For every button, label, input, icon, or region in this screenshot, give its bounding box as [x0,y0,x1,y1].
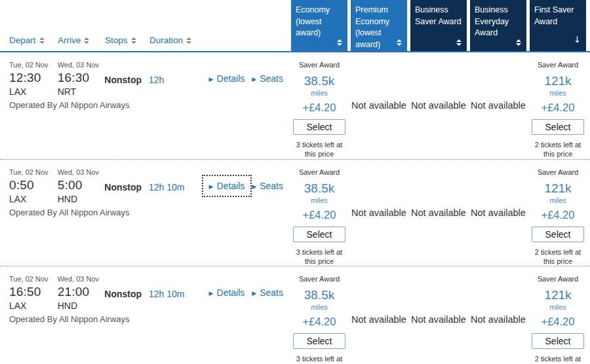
depart-date: Tue, 02 Nov [9,275,58,283]
miles-unit-label: miles [530,303,586,311]
results-table-header: Depart Arrive Stops Duration Economy (lo… [0,0,590,52]
column-header-depart-label: Depart [9,35,36,45]
depart-cell: Tue, 02 Nov 0:50 LAX [9,168,58,204]
miles-unit-label: miles [530,196,586,204]
column-header-business-everyday-label: Business Everyday Award [475,5,509,37]
fare-cell-not-available: Not available [351,52,407,159]
flight-info: Tue, 02 Nov 0:50 LAX Wed, 03 Nov 5:00 HN… [0,160,291,266]
miles-unit-label: miles [530,89,586,97]
arrive-airport: HND [58,194,105,204]
details-link[interactable]: ▶Details [209,73,245,84]
fare-cell-not-available: Not available [410,266,467,364]
seats-cell: ▶Seats [252,73,291,97]
arrive-cell: Wed, 03 Nov 21:00 HND [58,275,105,311]
duration-value: 12h 10m [149,182,209,192]
details-cell: ▶Details [209,73,252,97]
column-header-duration[interactable]: Duration [149,35,210,45]
column-header-arrive-label: Arrive [58,35,81,45]
tickets-left-note: 2 tickets left at this price [530,140,586,159]
sort-icon [131,37,136,44]
sort-icon [337,39,342,46]
triangle-right-icon: ▶ [252,76,256,82]
column-header-premium-economy-label: Premium Economy (lowest award) [355,5,389,49]
award-type-label: Saver Award [291,275,347,283]
arrive-date: Wed, 03 Nov [58,168,105,176]
operated-by: Operated By All Nippon Airways [9,208,291,217]
fare-cell-not-available: Not available [351,266,407,364]
duration-value: 12h 10m [149,289,209,299]
flight-row: Tue, 02 Nov 16:50 LAX Wed, 03 Nov 21:00 … [0,266,590,364]
miles-unit-label: miles [291,196,347,204]
arrive-time: 5:00 [58,178,105,192]
details-link[interactable]: ▶Details [209,287,245,298]
sort-icon [456,39,462,46]
fare-cell-price: Saver Award121kmiles+£4.20Select2 ticket… [530,52,586,159]
taxes-fees-amount: +£4.20 [530,101,586,114]
miles-amount: 38.5k [291,288,347,302]
select-button[interactable]: Select [532,227,584,242]
select-button[interactable]: Select [293,119,345,135]
award-type-label: Saver Award [291,168,347,176]
taxes-fees-amount: +£4.20 [530,209,586,221]
fare-cell-not-available: Not available [410,52,467,159]
arrive-cell: Wed, 03 Nov 16:30 NRT [58,61,105,97]
tickets-left-note: 3 tickets left at this price [291,354,347,364]
details-cell: ▶Details [209,287,252,311]
column-header-stops[interactable]: Stops [105,35,149,45]
arrive-date: Wed, 03 Nov [58,61,105,69]
fare-cell-price: Saver Award121kmiles+£4.20Select2 ticket… [530,266,586,364]
miles-amount: 121k [530,288,586,302]
fare-cells: Saver Award38.5kmiles+£4.20Select3 ticke… [291,266,586,364]
sort-icon [84,37,89,44]
stops-cell: Nonstop [104,275,149,311]
fare-cell-not-available: Not available [351,160,407,266]
seats-link[interactable]: ▶Seats [252,287,283,298]
column-header-first-saver-label: First Saver Award [534,5,574,26]
flight-column-headers: Depart Arrive Stops Duration [0,0,291,51]
flight-info: Tue, 02 Nov 16:50 LAX Wed, 03 Nov 21:00 … [0,266,291,364]
column-header-depart[interactable]: Depart [9,35,58,45]
fare-cell-not-available: Not available [470,160,526,266]
sort-descending-icon: ↓ [574,34,581,46]
arrive-time: 16:30 [58,71,105,85]
tickets-left-note: 2 tickets left at this price [530,354,586,364]
column-header-arrive[interactable]: Arrive [58,35,105,45]
triangle-right-icon: ▶ [209,290,214,297]
award-type-label: Saver Award [291,61,347,69]
miles-amount: 121k [530,181,586,196]
seats-link[interactable]: ▶Seats [252,181,283,191]
duration-value: 12h [149,75,209,85]
column-header-premium-economy[interactable]: Premium Economy (lowest award) [351,0,407,51]
duration-cell: 12h 10m [149,275,209,311]
column-header-duration-label: Duration [149,35,183,45]
miles-unit-label: miles [291,89,347,97]
award-flight-results: Depart Arrive Stops Duration Economy (lo… [0,0,590,364]
fare-cell-price: Saver Award38.5kmiles+£4.20Select3 ticke… [291,266,347,364]
column-header-business-everyday[interactable]: Business Everyday Award [470,0,526,51]
depart-time: 0:50 [9,178,58,192]
arrive-date: Wed, 03 Nov [58,275,105,283]
tickets-left-note: 3 tickets left at this price [291,140,347,159]
column-header-first-saver[interactable]: First Saver Award ↓ [530,0,586,51]
operated-by: Operated By All Nippon Airways [9,100,291,110]
select-button[interactable]: Select [293,333,345,349]
select-button[interactable]: Select [532,333,584,349]
column-header-business-saver[interactable]: Business Saver Award [410,0,467,51]
fare-cell-price: Saver Award38.5kmiles+£4.20Select3 ticke… [291,52,347,159]
column-header-economy[interactable]: Economy (lowest award) [291,0,347,51]
triangle-right-icon: ▶ [252,290,256,297]
depart-date: Tue, 02 Nov [9,61,58,69]
select-button[interactable]: Select [293,227,345,242]
seats-link[interactable]: ▶Seats [252,73,283,84]
flight-row: Tue, 02 Nov 0:50 LAX Wed, 03 Nov 5:00 HN… [0,160,590,267]
miles-amount: 121k [530,74,586,88]
sort-icon [39,37,45,44]
select-button[interactable]: Select [532,119,584,135]
fare-cell-price: Saver Award121kmiles+£4.20Select2 ticket… [530,160,586,266]
taxes-fees-amount: +£4.20 [291,209,347,221]
fare-cells: Saver Award38.5kmiles+£4.20Select3 ticke… [291,160,586,266]
details-link[interactable]: ▶Details [203,176,251,196]
stops-cell: Nonstop [104,168,149,204]
triangle-right-icon: ▶ [252,183,256,190]
fare-cell-not-available: Not available [470,266,526,364]
